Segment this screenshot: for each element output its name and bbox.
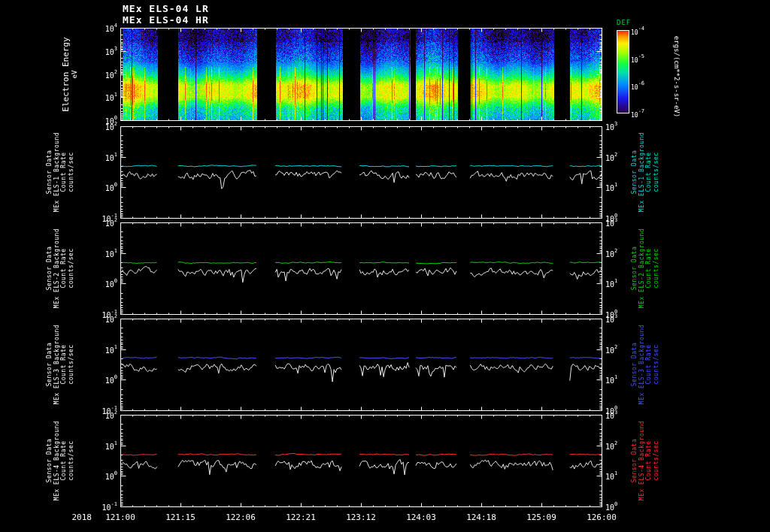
spectrogram-y-axis-label: Electron Energy eV (61, 37, 78, 111)
axis-label-line: MEx ELS-1 Background (638, 132, 646, 212)
colorbar-tick-label: 10-5 (631, 55, 644, 64)
line-panel-right-ytick: 102 (605, 441, 617, 451)
line-panel-left-ytick: 100 (90, 279, 117, 289)
axis-label-line: Sensor Data (631, 325, 638, 404)
x-tick-label: 126:00 (581, 512, 623, 522)
axis-label-line: Sensor Data (46, 132, 53, 212)
line-panel-left-axis-label: Sensor DataMEx ELS-3 BackgroundCount Rat… (46, 325, 74, 404)
x-tick-label: 122:06 (220, 512, 262, 522)
axis-label-line: counts/sec (68, 325, 75, 404)
axis-label-line: MEx ELS-1 Background (53, 132, 61, 212)
x-tick-label: 124:03 (400, 512, 442, 522)
line-panel-left-ytick: 102 (90, 410, 117, 420)
x-tick-label: 124:18 (460, 512, 502, 522)
axis-label-line: Count Rate (60, 325, 68, 404)
axis-label-line: counts/sec (68, 132, 75, 212)
electron-energy-label: Electron Energy (61, 37, 71, 111)
line-panel-right-ytick: 103 (605, 122, 617, 131)
line-panel-left-ytick: 101 (90, 249, 117, 258)
line-panel-right-ytick: 101 (605, 471, 617, 481)
axis-label-line: Sensor Data (46, 228, 53, 308)
line-panel-left-ytick: 101 (90, 153, 117, 162)
axis-label-line: MEx ELS-3 Background (638, 325, 646, 404)
line-panel-right-ytick: 102 (605, 153, 617, 162)
line-panel-left-axis-label: Sensor DataMEx ELS-4 BackgroundCount Rat… (46, 421, 74, 500)
line-panel-right-axis-label: Sensor DataMEx ELS-3 BackgroundCount Rat… (631, 325, 659, 404)
line-panel-right-ytick: 101 (605, 183, 617, 192)
spectrogram-ytick-label: 104 (90, 23, 117, 33)
line-panel-right-ytick: 102 (605, 345, 617, 355)
axis-label-line: Count Rate (645, 228, 653, 308)
spectrogram-ytick-label: 102 (90, 70, 117, 80)
axis-label-line: Count Rate (645, 132, 653, 212)
spectrogram-ytick-label: 101 (90, 92, 117, 102)
line-panel-right-axis-label: Sensor DataMEx ELS-1 BackgroundCount Rat… (631, 132, 659, 212)
line-panel-left-axis-label: Sensor DataMEx ELS-1 BackgroundCount Rat… (46, 132, 74, 212)
line-panel-left-ytick: 102 (90, 314, 117, 324)
axis-label-line: Sensor Data (46, 325, 53, 404)
year-label: 2018 (59, 512, 92, 522)
axis-label-line: counts/sec (653, 228, 660, 308)
axis-label-line: Count Rate (60, 228, 68, 308)
line-panel-right-axis-label: Sensor DataMEx ELS-2 BackgroundCount Rat… (631, 228, 659, 308)
x-tick-label: 123:12 (340, 512, 382, 522)
line-panel-left-ytick: 102 (90, 122, 117, 131)
line-panel-right-ytick: 103 (605, 314, 617, 324)
axis-label-line: counts/sec (653, 132, 660, 212)
line-panel-left-ytick: 10-1 (90, 502, 117, 512)
colorbar-tick-label: 10-7 (631, 110, 644, 119)
colorbar-tick-label: 10-4 (631, 27, 644, 36)
spectrogram-ytick-label: 103 (90, 47, 117, 56)
line-panel-right-ytick: 101 (605, 375, 617, 385)
x-tick-label: 122:21 (280, 512, 322, 522)
axis-label-line: MEx ELS-4 Background (53, 421, 61, 500)
line-panel-left-ytick: 100 (90, 471, 117, 481)
colorbar-tick-label: 10-6 (631, 82, 644, 91)
axis-label-line: counts/sec (653, 421, 660, 500)
axis-label-line: counts/sec (68, 421, 75, 500)
line-panel-left-ytick: 102 (90, 218, 117, 228)
line-panel-left-ytick: 100 (90, 183, 117, 192)
axis-label-line: counts/sec (68, 228, 75, 308)
x-tick-label: 121:15 (159, 512, 202, 522)
axis-label-line: Count Rate (645, 421, 653, 500)
line-panel-right-axis-label: Sensor DataMEx ELS-4 BackgroundCount Rat… (631, 421, 659, 500)
line-panel-left-ytick: 100 (90, 375, 117, 385)
spectrogram-page: MEx ELS-04 LR MEx ELS-04 HR Electron Ene… (0, 0, 770, 532)
x-tick-label: 121:00 (99, 512, 141, 522)
line-panel-left-axis-label: Sensor DataMEx ELS-2 BackgroundCount Rat… (46, 228, 74, 308)
x-tick-label: 125:09 (520, 512, 562, 522)
axis-label-line: MEx ELS-3 Background (53, 325, 61, 404)
line-panel-left-ytick: 101 (90, 345, 117, 355)
ev-units-label: eV (71, 37, 78, 111)
axis-label-line: MEx ELS-2 Background (53, 228, 61, 308)
colorbar-units-label: ergs/(cm**2-s-sr-eV) (673, 36, 681, 117)
axis-label-line: MEx ELS-2 Background (638, 228, 646, 308)
axis-label-line: Sensor Data (631, 228, 638, 308)
line-panel-right-ytick: 102 (605, 249, 617, 258)
line-panel-right-ytick: 101 (605, 279, 617, 289)
axis-label-line: Sensor Data (631, 132, 638, 212)
line-panel-right-ytick: 103 (605, 410, 617, 420)
axis-label-line: MEx ELS-4 Background (638, 421, 646, 500)
line-panel-right-ytick: 100 (605, 502, 617, 512)
axis-label-line: Count Rate (60, 132, 68, 212)
line-panel-left-ytick: 101 (90, 441, 117, 451)
axis-label-line: Count Rate (60, 421, 68, 500)
axis-label-line: Count Rate (645, 325, 653, 404)
axis-label-line: Sensor Data (46, 421, 53, 500)
plot-title-lr: MEx ELS-04 LR (123, 3, 209, 14)
axis-label-line: counts/sec (653, 325, 660, 404)
line-panel-right-ytick: 103 (605, 218, 617, 228)
colorbar-title: DEF (617, 19, 631, 26)
plot-title-hr: MEx ELS-04 HR (123, 14, 209, 26)
axis-label-line: Sensor Data (631, 421, 638, 500)
